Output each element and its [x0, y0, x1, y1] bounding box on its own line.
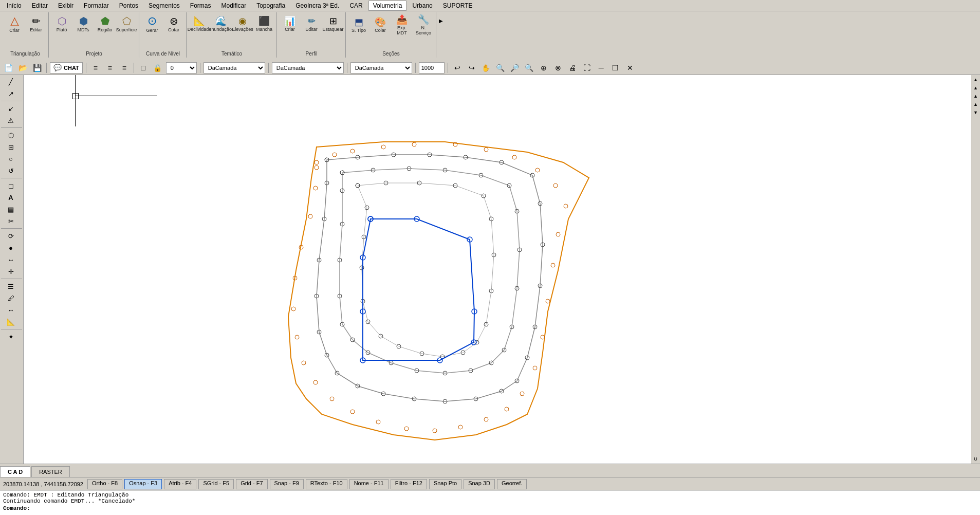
rp-btn-1[interactable]: ▲ — [972, 76, 979, 83]
tool-rectangle[interactable]: ◻ — [1, 180, 21, 191]
tool-star[interactable]: ✦ — [1, 331, 21, 342]
menu-editar[interactable]: Editar — [27, 1, 52, 11]
tab-cad[interactable]: C A D — [0, 466, 30, 477]
tool-dimension[interactable]: ↔ — [1, 304, 21, 316]
tool-crosshair[interactable]: ✛ — [1, 266, 21, 277]
menu-geoincra[interactable]: GeoIncra 3ª Ed. — [291, 1, 344, 11]
rp-btn-5[interactable]: ▼ — [972, 109, 979, 116]
tool-grid[interactable]: ⊞ — [1, 141, 21, 153]
menu-urbano[interactable]: Urbano — [408, 1, 437, 11]
btn-zoom-dynamic[interactable]: ⊗ — [552, 62, 564, 73]
menu-exibir[interactable]: Exibir — [53, 1, 78, 11]
color-select[interactable]: DaCamada — [204, 62, 265, 73]
btn-mancha[interactable]: ⬛ Mancha — [254, 13, 274, 35]
tool-lines[interactable]: ☰ — [1, 281, 21, 292]
tool-hatch[interactable]: ▤ — [1, 204, 21, 215]
menu-suporte[interactable]: SUPORTE — [438, 1, 477, 11]
btn-superficie[interactable]: ⬠ Superfície — [116, 13, 137, 35]
btn-zoom-extents[interactable]: 🔍 — [494, 62, 507, 73]
btn-colar[interactable]: 🎨 Colar — [370, 13, 391, 37]
tool-refresh[interactable]: ⟳ — [1, 230, 21, 242]
status-filtro[interactable]: Filtro - F12 — [391, 479, 427, 489]
btn-zoom-out[interactable]: 🔍 — [523, 62, 535, 73]
btn-redo-view[interactable]: ↪ — [466, 62, 478, 73]
btn-undo-view[interactable]: ↩ — [451, 62, 464, 73]
btn-mdts[interactable]: ⬢ MDTs — [73, 13, 94, 35]
btn-declividade[interactable]: 📐 Declividade — [189, 13, 210, 35]
btn-editar-triangulacao[interactable]: ✏ Editar — [26, 13, 46, 35]
status-grid[interactable]: Grid - F7 — [236, 479, 267, 489]
chat-button[interactable]: 💬 CHAT — [50, 62, 83, 73]
btn-elevacoes[interactable]: ◉ Elevações — [232, 13, 253, 35]
btn-lock[interactable]: 🔒 — [152, 62, 164, 73]
btn-restore[interactable]: ❐ — [609, 62, 622, 73]
btn-n-servico[interactable]: 🔧 N. Serviço — [413, 13, 434, 37]
tool-warning[interactable]: ⚠ — [1, 115, 21, 126]
menu-topografia[interactable]: Topografia — [252, 1, 290, 11]
btn-criar-triangulacao[interactable]: △ Criar — [4, 13, 25, 35]
btn-fullscreen[interactable]: ⛶ — [581, 62, 593, 73]
rp-btn-u[interactable]: U — [972, 455, 979, 463]
lineweight-select[interactable]: DaCamada — [350, 62, 412, 73]
btn-gerar[interactable]: ⊙ Gerar — [142, 13, 162, 35]
menu-formatar[interactable]: Formatar — [79, 1, 114, 11]
status-ortho[interactable]: Ortho - F8 — [87, 479, 122, 489]
btn-zoom-window[interactable]: ⊕ — [538, 62, 550, 73]
btn-stipo[interactable]: ⬒ S. Tipo — [348, 13, 369, 37]
tool-offset[interactable]: ↗ — [1, 88, 21, 99]
tool-snap[interactable]: ↙ — [1, 103, 21, 114]
btn-zoom-in[interactable]: 🔎 — [509, 62, 521, 73]
btn-pan[interactable]: ✋ — [480, 62, 492, 73]
tool-point[interactable]: ● — [1, 242, 21, 253]
rp-btn-2[interactable]: ▲ — [972, 84, 979, 91]
btn-estaquear[interactable]: ⊞ Estaquear — [323, 13, 343, 35]
btn-editar-perfil[interactable]: ✏ Editar — [301, 13, 322, 35]
status-rtexto[interactable]: RTexto - F10 — [306, 479, 347, 489]
tool-rotate[interactable]: ↺ — [1, 165, 21, 176]
tool-pencil[interactable]: 🖊 — [1, 292, 21, 304]
command-input[interactable] — [32, 505, 238, 511]
status-snap3d[interactable]: Snap 3D — [464, 479, 495, 489]
linetype-select[interactable]: DaCamada — [272, 62, 344, 73]
tool-select-line[interactable]: ╱ — [1, 76, 21, 87]
tool-polygon[interactable]: ⬡ — [1, 130, 21, 141]
btn-exp-mdt[interactable]: 📤 Exp. MDT — [392, 13, 412, 37]
btn-layer-stack2[interactable]: ≡ — [104, 62, 116, 73]
btn-save[interactable]: 💾 — [31, 62, 43, 73]
tool-scissors[interactable]: ✂ — [1, 215, 21, 227]
canvas-area[interactable] — [24, 75, 971, 464]
tool-measure[interactable]: 📐 — [1, 316, 21, 327]
btn-more-tools[interactable]: ▶ — [437, 14, 445, 27]
status-snap[interactable]: Snap - F9 — [270, 479, 304, 489]
btn-minimize[interactable]: ─ — [595, 62, 607, 73]
btn-plato[interactable]: ⬡ Platô — [51, 13, 72, 35]
layer-select[interactable]: 0 — [166, 62, 197, 73]
btn-layer-stack3[interactable]: ≡ — [118, 62, 131, 73]
status-snappto[interactable]: Snap Pto — [429, 479, 461, 489]
scale-input[interactable] — [419, 62, 445, 73]
menu-inicio[interactable]: Início — [2, 1, 26, 11]
tool-move[interactable]: ↔ — [1, 254, 21, 265]
menu-pontos[interactable]: Pontos — [115, 1, 143, 11]
status-nome[interactable]: Nome - F11 — [349, 479, 389, 489]
menu-formas[interactable]: Formas — [186, 1, 216, 11]
btn-snap-square[interactable]: □ — [137, 62, 150, 73]
btn-new[interactable]: 📄 — [2, 62, 14, 73]
btn-close-window[interactable]: ✕ — [624, 62, 636, 73]
btn-cotar[interactable]: ⊛ Cotar — [163, 13, 184, 35]
status-sgrid[interactable]: SGrid - F5 — [198, 479, 234, 489]
btn-print[interactable]: 🖨 — [566, 62, 579, 73]
status-osnap[interactable]: Osnap - F3 — [124, 479, 162, 489]
menu-volumetria[interactable]: Volumetria — [368, 1, 407, 11]
btn-inundacao[interactable]: 🌊 Inundação — [211, 13, 231, 35]
status-atrib[interactable]: Atrib - F4 — [164, 479, 196, 489]
menu-segmentos[interactable]: Segmentos — [144, 1, 184, 11]
btn-open[interactable]: 📂 — [16, 62, 29, 73]
status-georref[interactable]: Georref. — [497, 479, 527, 489]
btn-criar-perfil[interactable]: 📊 Criar — [280, 13, 300, 35]
tool-circle[interactable]: ○ — [1, 153, 21, 164]
menu-modificar[interactable]: Modificar — [216, 1, 251, 11]
tool-text[interactable]: A — [1, 192, 21, 203]
rp-btn-4[interactable]: ▲ — [972, 101, 979, 108]
rp-btn-3[interactable]: ▲ — [972, 93, 979, 100]
